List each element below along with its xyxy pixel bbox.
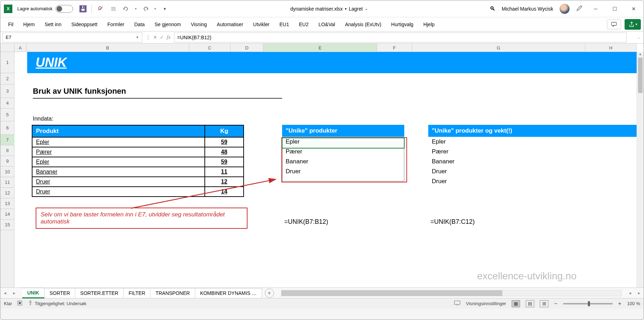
row-header-1[interactable]: 1 xyxy=(0,52,14,73)
view-normal-icon[interactable]: ▦ xyxy=(512,300,520,307)
col-header-e[interactable]: E xyxy=(263,43,377,52)
cells-area[interactable]: UNIK Bruk av UNIK funksjonen Inndata: Pr… xyxy=(14,52,637,287)
sheet-tab-transponer[interactable]: TRANSPONER xyxy=(150,288,195,298)
redo-icon[interactable] xyxy=(142,5,149,13)
vertical-scrollbar[interactable]: ▲ xyxy=(637,52,644,287)
select-all-corner[interactable] xyxy=(0,43,14,52)
list-item[interactable]: Bananer xyxy=(428,157,615,167)
formula-label-g[interactable]: =UNIK(B7:C12) xyxy=(430,218,475,226)
ribbon-tab-data[interactable]: Data xyxy=(129,19,150,30)
row-header-14[interactable]: 14 xyxy=(0,209,14,220)
cancel-formula-icon[interactable]: ✕ xyxy=(153,35,157,40)
col-header-g[interactable]: G xyxy=(412,43,585,52)
row-header-6[interactable]: 6 xyxy=(0,121,14,135)
formula-label-e[interactable]: =UNIK(B7:B12) xyxy=(284,218,328,226)
zoom-thumb[interactable] xyxy=(588,301,590,306)
accessibility-label[interactable]: Tilgjengelighet: Undersøk xyxy=(35,301,87,306)
sheet-tab-sorter-etter[interactable]: SORTER.ETTER xyxy=(75,288,124,298)
zoom-level[interactable]: 100 % xyxy=(627,301,640,306)
display-settings-icon[interactable] xyxy=(454,301,460,307)
row-header-8[interactable]: 8 xyxy=(0,145,14,156)
autosave-toggle[interactable] xyxy=(55,5,73,13)
zoom-in-button[interactable]: + xyxy=(618,301,621,307)
ribbon-tab-hurtigvalg[interactable]: Hurtigvalg xyxy=(386,19,418,30)
ribbon-tab-eu1[interactable]: EU1 xyxy=(274,19,294,30)
search-icon[interactable]: 🔍︎ xyxy=(490,6,495,12)
qat-icon-1[interactable] xyxy=(97,5,105,13)
row-header-2[interactable]: 2 xyxy=(0,73,14,85)
row-header-11[interactable]: 11 xyxy=(0,177,14,188)
hscroll-left[interactable]: ◂ xyxy=(625,289,634,298)
col-header-c[interactable]: C xyxy=(189,43,231,52)
hscroll-thumb[interactable] xyxy=(281,290,502,296)
ribbon-tab-eu2[interactable]: EU2 xyxy=(294,19,314,30)
list-item[interactable]: Epler xyxy=(282,137,404,147)
row-header-5[interactable]: 5 xyxy=(0,109,14,121)
ribbon-tab-visning[interactable]: Visning xyxy=(186,19,212,30)
ribbon-tab-automatiser[interactable]: Automatiser xyxy=(212,19,248,30)
qat-overflow-icon[interactable]: ▼ xyxy=(161,5,169,13)
formula-more-icon[interactable]: ⋮ xyxy=(146,35,150,40)
undo-icon[interactable] xyxy=(122,5,130,13)
filename-area[interactable]: dynamiske matriser.xlsx • Lagret ⌄ xyxy=(290,6,368,12)
sheet-tab-unik[interactable]: UNIK xyxy=(22,288,44,298)
list-item[interactable]: Druer xyxy=(428,176,615,186)
col-header-f[interactable]: F xyxy=(377,43,412,52)
accept-formula-icon[interactable]: ✓ xyxy=(160,35,164,40)
maximize-button[interactable]: ☐ xyxy=(608,4,621,14)
sheet-tab-kombiner[interactable]: KOMBINER DYNAMIS … xyxy=(195,288,262,298)
chevron-down-icon[interactable]: ⌄ xyxy=(365,6,368,11)
ribbon-tab-sideoppsett[interactable]: Sideoppsett xyxy=(66,19,102,30)
col-header-d[interactable]: D xyxy=(231,43,263,52)
scroll-thumb[interactable] xyxy=(638,58,643,93)
ribbon-tab-loval[interactable]: LO&Val xyxy=(314,19,340,30)
avatar[interactable] xyxy=(560,4,570,14)
undo-dropdown-icon[interactable]: ▾ xyxy=(135,7,137,11)
row-header-12[interactable]: 12 xyxy=(0,188,14,198)
col-header-h[interactable]: H xyxy=(585,43,637,52)
new-sheet-button[interactable]: + xyxy=(265,289,274,298)
save-icon[interactable]: 💾 xyxy=(79,5,87,12)
row-header-4[interactable]: 4 xyxy=(0,98,14,109)
horizontal-scrollbar[interactable] xyxy=(281,290,622,296)
fx-icon[interactable]: fx xyxy=(167,34,171,40)
ribbon-tab-utvikler[interactable]: Utvikler xyxy=(248,19,275,30)
sheet-tab-filter[interactable]: FILTER xyxy=(124,288,150,298)
sheet-nav-prev[interactable]: ◂ xyxy=(0,289,10,298)
row-header-10[interactable]: 10 xyxy=(0,167,14,177)
zoom-out-button[interactable]: − xyxy=(554,301,557,307)
qat-icon-2[interactable] xyxy=(109,5,117,13)
sheet-tab-sorter[interactable]: SORTER xyxy=(44,288,75,298)
namebox-dropdown-icon[interactable]: ▼ xyxy=(136,35,139,39)
col-header-b[interactable]: B xyxy=(26,43,189,52)
list-item[interactable]: Druer xyxy=(428,167,615,176)
ribbon-tab-formler[interactable]: Formler xyxy=(102,19,129,30)
accessibility-icon[interactable] xyxy=(28,300,33,307)
list-item[interactable]: Epler xyxy=(428,137,615,147)
view-pagebreak-icon[interactable]: ⊞ xyxy=(540,300,548,307)
ribbon-tab-fil[interactable]: Fil xyxy=(3,19,18,30)
ribbon-tab-hjelp[interactable]: Hjelp xyxy=(418,19,440,30)
sheet-nav-next[interactable]: ▸ xyxy=(10,289,19,298)
close-button[interactable]: ✕ xyxy=(627,4,640,14)
row-header-7[interactable]: 7 xyxy=(0,135,14,145)
pen-icon[interactable] xyxy=(576,5,583,13)
ribbon-tab-analysis[interactable]: Analysis (ExUtv) xyxy=(340,19,386,30)
view-pagelayout-icon[interactable]: ▤ xyxy=(526,300,534,307)
name-box[interactable]: E7 ▼ xyxy=(2,33,142,42)
row-header-15[interactable]: 15 xyxy=(0,220,14,230)
share-button[interactable]: ▾ xyxy=(625,19,641,30)
formula-input[interactable]: =UNIK(B7:B12) xyxy=(174,33,627,42)
macro-icon[interactable] xyxy=(17,300,23,307)
ribbon-tab-segjennom[interactable]: Se gjennom xyxy=(150,19,186,30)
minimize-button[interactable]: ─ xyxy=(589,4,602,14)
formula-expand-icon[interactable]: ⌄ xyxy=(637,35,640,39)
ribbon-tab-settinn[interactable]: Sett inn xyxy=(40,19,66,30)
list-item[interactable]: Druer xyxy=(282,167,404,176)
row-header-13[interactable]: 13 xyxy=(0,198,14,209)
list-item[interactable]: Bananer xyxy=(282,157,404,167)
hscroll-right[interactable]: ▸ xyxy=(634,289,644,298)
scroll-up-icon[interactable]: ▲ xyxy=(637,52,644,56)
row-header-9[interactable]: 9 xyxy=(0,156,14,167)
zoom-slider[interactable] xyxy=(563,303,613,304)
